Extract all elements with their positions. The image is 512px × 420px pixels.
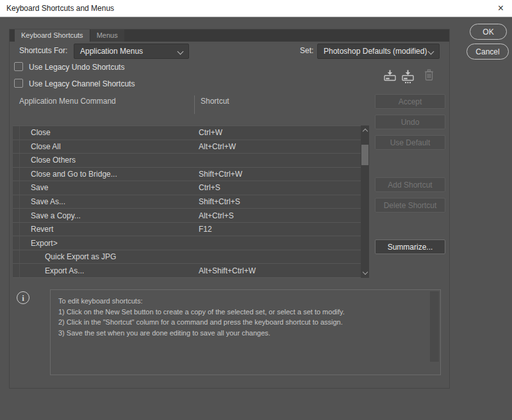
summarize-button[interactable]: Summarize...: [375, 239, 445, 254]
info-text-line: 2) Click in the "Shortcut" column for a …: [58, 317, 427, 328]
set-value: Photoshop Defaults (modified): [324, 44, 427, 58]
table-row[interactable]: Quick Export as JPG: [13, 250, 361, 264]
shortcut-cell[interactable]: Ctrl+S: [199, 183, 220, 192]
scroll-up-icon[interactable]: [362, 129, 367, 134]
window-title: Keyboard Shortcuts and Menus: [6, 4, 114, 13]
legacy-undo-label: Use Legacy Undo Shortcuts: [29, 63, 124, 72]
info-box: To edit keyboard shortcuts: 1) Click on …: [50, 289, 441, 375]
column-divider: [194, 95, 195, 114]
undo-button: Undo: [375, 115, 445, 129]
command-cell: Revert: [31, 225, 53, 234]
table-row[interactable]: Close AllAlt+Ctrl+W: [13, 140, 361, 154]
delete-set-icon: [424, 69, 434, 84]
use-default-button: Use Default: [375, 135, 445, 150]
chevron-down-icon: [428, 49, 434, 55]
add-shortcut-button: Add Shortcut: [375, 177, 445, 192]
command-cell: Export>: [31, 239, 58, 248]
chevron-down-icon: [178, 49, 184, 55]
new-set-icon[interactable]: [402, 70, 414, 86]
command-cell: Quick Export as JPG: [45, 252, 116, 261]
table-row[interactable]: Export As...Alt+Shift+Ctrl+W: [13, 263, 361, 277]
shortcut-cell[interactable]: Alt+Ctrl+W: [199, 142, 236, 151]
save-set-icon[interactable]: [384, 70, 396, 84]
table-scrollbar[interactable]: [361, 125, 369, 278]
table-row[interactable]: Close Others: [13, 153, 361, 167]
legacy-channel-checkbox[interactable]: [14, 79, 23, 88]
column-header-shortcut: Shortcut: [201, 97, 229, 106]
info-text-line: To edit keyboard shortcuts:: [58, 296, 427, 307]
shortcuts-for-dropdown[interactable]: Application Menus: [74, 44, 189, 59]
scrollbar-thumb[interactable]: [361, 145, 368, 165]
table-row[interactable]: Close and Go to Bridge...Shift+Ctrl+W: [13, 167, 361, 181]
tab-strip: Keyboard Shortcuts Menus: [10, 29, 449, 42]
command-cell: Close and Go to Bridge...: [31, 170, 117, 179]
shortcuts-for-value: Application Menus: [80, 44, 143, 58]
title-bar: Keyboard Shortcuts and Menus ×: [0, 0, 512, 17]
shortcut-cell[interactable]: F12: [199, 225, 212, 234]
scroll-down-icon[interactable]: [362, 270, 367, 275]
command-cell: Save As...: [31, 197, 65, 206]
delete-shortcut-button: Delete Shortcut: [375, 198, 445, 213]
shortcut-cell[interactable]: Ctrl+W: [199, 128, 222, 137]
info-icon: i: [17, 291, 29, 304]
shortcut-cell[interactable]: Shift+Ctrl+W: [199, 170, 242, 179]
table-row[interactable]: RevertF12: [13, 222, 361, 236]
shortcuts-for-label: Shortcuts For:: [19, 46, 67, 55]
tab-keyboard-shortcuts[interactable]: Keyboard Shortcuts: [15, 29, 90, 42]
legacy-undo-checkbox[interactable]: [14, 62, 23, 71]
command-cell: Close All: [31, 142, 61, 151]
set-dropdown[interactable]: Photoshop Defaults (modified): [317, 44, 440, 59]
shortcut-table: CloseCtrl+W Close AllAlt+Ctrl+W Close Ot…: [13, 125, 361, 278]
close-icon[interactable]: ×: [498, 2, 504, 15]
info-text-line: 3) Save the set when you are done editin…: [58, 328, 427, 339]
shortcut-cell[interactable]: Alt+Ctrl+S: [199, 211, 234, 220]
info-text-line: 1) Click on the New Set button to create…: [58, 307, 427, 318]
column-header-command: Application Menu Command: [19, 97, 116, 106]
command-cell: Save: [31, 183, 48, 192]
table-row[interactable]: SaveCtrl+S: [13, 181, 361, 195]
table-row[interactable]: Save As...Shift+Ctrl+S: [13, 195, 361, 209]
shortcut-cell[interactable]: Shift+Ctrl+S: [199, 197, 240, 206]
table-row[interactable]: Save a Copy...Alt+Ctrl+S: [13, 208, 361, 222]
accept-button: Accept: [375, 94, 445, 109]
cancel-button[interactable]: Cancel: [467, 44, 509, 60]
keyboard-shortcuts-dialog: Keyboard Shortcuts and Menus × OK Cancel…: [0, 0, 512, 420]
info-scrollbar[interactable]: [430, 291, 439, 362]
table-row[interactable]: Export>: [13, 236, 361, 250]
command-cell: Close: [31, 128, 51, 137]
command-cell: Export As...: [45, 266, 84, 275]
table-row[interactable]: CloseCtrl+W: [13, 126, 361, 140]
tab-menus[interactable]: Menus: [90, 29, 124, 42]
command-cell: Save a Copy...: [31, 211, 81, 220]
command-cell: Close Others: [31, 156, 76, 165]
ok-button[interactable]: OK: [470, 24, 507, 40]
legacy-channel-label: Use Legacy Channel Shortcuts: [29, 79, 135, 88]
shortcut-cell[interactable]: Alt+Shift+Ctrl+W: [199, 266, 256, 275]
set-label: Set:: [300, 46, 313, 55]
